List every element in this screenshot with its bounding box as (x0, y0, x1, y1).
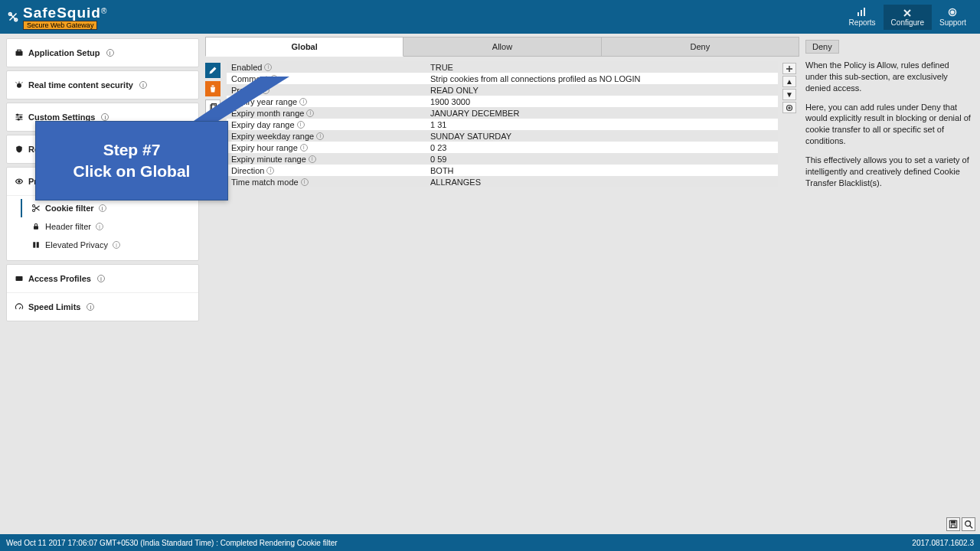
setting-value: SUNDAY SATURDAY (430, 132, 773, 141)
setting-value: JANUARY DECEMBER (430, 109, 773, 118)
settings-grid: EnablediTRUECommentiStrip cookies from a… (205, 61, 799, 187)
setting-row[interactable]: Expiry hour rangei0 23 (227, 142, 778, 153)
logo-icon (6, 10, 20, 24)
setting-label: Expiry hour range (231, 143, 298, 152)
svg-point-27 (965, 521, 971, 527)
svg-point-10 (17, 114, 18, 116)
bug-icon (15, 80, 24, 90)
scissors-icon (31, 204, 41, 213)
info-icon[interactable]: i (113, 241, 120, 249)
svg-rect-19 (16, 276, 23, 281)
nav-reports-label: Reports (849, 18, 876, 27)
edit-button[interactable] (205, 63, 220, 78)
brand-tagline: Secure Web Gateway (23, 21, 97, 30)
tabs: Global Allow Deny (205, 37, 799, 57)
info-icon[interactable]: i (266, 167, 274, 174)
info-icon[interactable]: i (306, 109, 314, 117)
topbar: SafeSquid® Secure Web Gateway Reports Co… (0, 0, 980, 34)
search-button[interactable] (962, 517, 975, 531)
setting-row[interactable]: Expiry year rangei1900 3000 (227, 96, 778, 107)
label: Application Setup (28, 48, 100, 57)
nav-configure-label: Configure (891, 18, 924, 27)
setting-row[interactable]: Time match modeiALLRANGES (227, 176, 778, 187)
info-icon[interactable]: i (139, 81, 147, 89)
setting-row[interactable]: Expiry minute rangei0 59 (227, 153, 778, 165)
setting-value: BOTH (430, 166, 773, 175)
svg-rect-8 (18, 50, 21, 51)
svg-point-13 (18, 181, 20, 182)
setting-row[interactable]: DirectioniBOTH (227, 165, 778, 176)
add-row-button[interactable] (782, 63, 796, 74)
setting-row[interactable]: CommentiStrip cookies from all connectio… (227, 73, 778, 84)
info-icon[interactable]: i (297, 121, 305, 129)
setting-value: TRUE (430, 63, 773, 72)
info-icon[interactable]: i (301, 178, 309, 186)
info-icon[interactable]: i (101, 113, 109, 121)
eye-off-icon (15, 177, 24, 186)
move-down-button[interactable]: ▼ (782, 89, 796, 100)
svg-point-15 (33, 210, 35, 212)
label: Real time content security (28, 80, 133, 90)
gauge-icon (15, 302, 24, 311)
info-icon[interactable]: i (99, 204, 106, 212)
info-icon[interactable]: i (309, 155, 316, 163)
columns-icon (31, 240, 41, 249)
id-icon (15, 274, 24, 283)
top-nav: Reports Configure Support (841, 5, 974, 30)
setting-value: 1 31 (430, 120, 773, 129)
sidebar-header-filter[interactable]: Header filter i (27, 217, 198, 236)
nav-support[interactable]: Support (932, 5, 974, 30)
info-icon[interactable]: i (316, 132, 324, 140)
sidebar-elevated-privacy[interactable]: Elevated Privacy i (27, 236, 198, 254)
info-icon[interactable]: i (106, 49, 114, 57)
brand: SafeSquid® Secure Web Gateway (6, 5, 106, 30)
help-text: This effectively allows you to set a var… (805, 155, 972, 189)
sidebar-access-profiles[interactable]: Access Profiles i (7, 265, 198, 293)
info-icon[interactable]: i (264, 64, 272, 71)
sidebar-application-setup[interactable]: Application Setup i (7, 39, 198, 67)
shield-icon (15, 145, 24, 154)
tab-global[interactable]: Global (205, 37, 403, 57)
info-icon[interactable]: i (96, 223, 103, 230)
callout-line2: Click on Global (74, 162, 191, 181)
svg-point-12 (18, 119, 19, 120)
info-icon[interactable]: i (97, 275, 105, 282)
sidebar-realtime-content-security[interactable]: Real time content security i (7, 71, 198, 99)
svg-rect-26 (951, 525, 955, 527)
save-button[interactable] (946, 517, 960, 531)
info-icon[interactable]: i (299, 98, 307, 106)
help-panel: Deny When the Policy is Allow, rules def… (805, 37, 977, 525)
tab-allow[interactable]: Allow (403, 37, 601, 57)
tab-deny[interactable]: Deny (602, 37, 799, 57)
setting-row[interactable]: Expiry month rangeiJANUARY DECEMBER (227, 107, 778, 119)
svg-point-14 (33, 205, 35, 207)
setting-value: ALLRANGES (430, 178, 773, 187)
setting-row[interactable]: EnablediTRUE (227, 61, 778, 73)
expand-button[interactable] (782, 102, 796, 113)
setting-value: 1900 3000 (430, 97, 773, 106)
help-text: Here, you can add rules under Deny that … (805, 102, 972, 147)
setting-row[interactable]: ProfilesiREAD ONLY (227, 84, 778, 96)
sidebar-speed-limits[interactable]: Speed Limits i (7, 293, 198, 321)
version-text: 2017.0817.1602.3 (912, 539, 974, 547)
setting-value: READ ONLY (430, 86, 773, 95)
info-icon[interactable]: i (87, 303, 94, 311)
help-text: When the Policy is Allow, rules defined … (805, 60, 972, 94)
sidebar-cookie-filter[interactable]: Cookie filter i (27, 199, 198, 217)
setting-value: 0 59 (430, 155, 773, 164)
instruction-callout: Step #7 Click on Global (35, 121, 228, 201)
sliders-icon (15, 112, 24, 122)
setting-row[interactable]: Expiry weekday rangeiSUNDAY SATURDAY (227, 130, 778, 142)
label: Cookie filter (45, 204, 94, 213)
status-text: Wed Oct 11 2017 17:06:07 GMT+0530 (India… (6, 539, 338, 547)
info-icon[interactable]: i (300, 144, 308, 152)
move-up-button[interactable]: ▲ (782, 76, 796, 87)
callout-line1: Step #7 (103, 141, 161, 159)
nav-reports[interactable]: Reports (841, 5, 884, 30)
svg-rect-4 (864, 8, 865, 16)
nav-configure[interactable]: Configure (884, 5, 932, 30)
setting-label: Direction (231, 166, 264, 175)
setting-row[interactable]: Expiry day rangei1 31 (227, 119, 778, 130)
status-bar: Wed Oct 11 2017 17:06:07 GMT+0530 (India… (0, 534, 980, 551)
sidebar: Application Setup i Real time content se… (0, 34, 199, 525)
